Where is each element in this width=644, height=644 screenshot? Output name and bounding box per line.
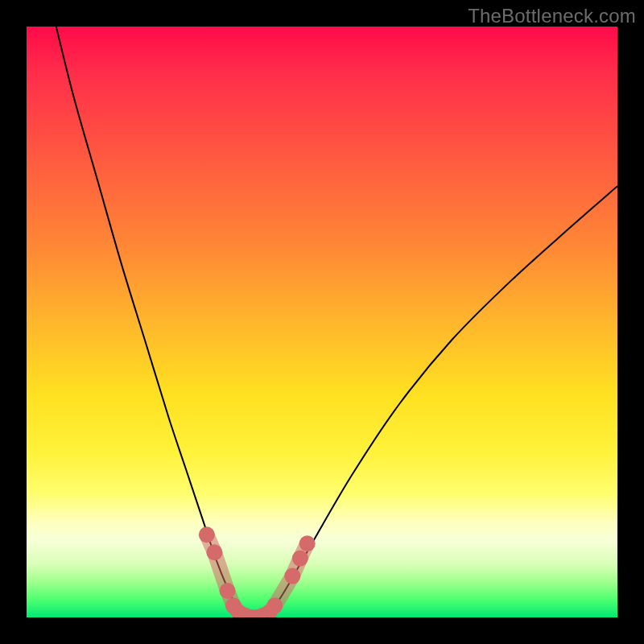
curve-marker xyxy=(292,551,308,567)
curve-marker xyxy=(220,583,236,599)
curve-marker xyxy=(206,544,222,560)
chart-svg xyxy=(27,27,617,617)
chart-frame: TheBottleneck.com xyxy=(0,0,644,644)
curve-marker xyxy=(266,597,283,613)
watermark-text: TheBottleneck.com xyxy=(468,5,636,27)
curve-marker xyxy=(284,568,300,584)
curve-marker xyxy=(299,535,316,551)
plot-area xyxy=(27,27,617,617)
curve-markers xyxy=(199,526,316,617)
curve-marker xyxy=(199,526,215,543)
bottleneck-curve xyxy=(56,27,617,617)
